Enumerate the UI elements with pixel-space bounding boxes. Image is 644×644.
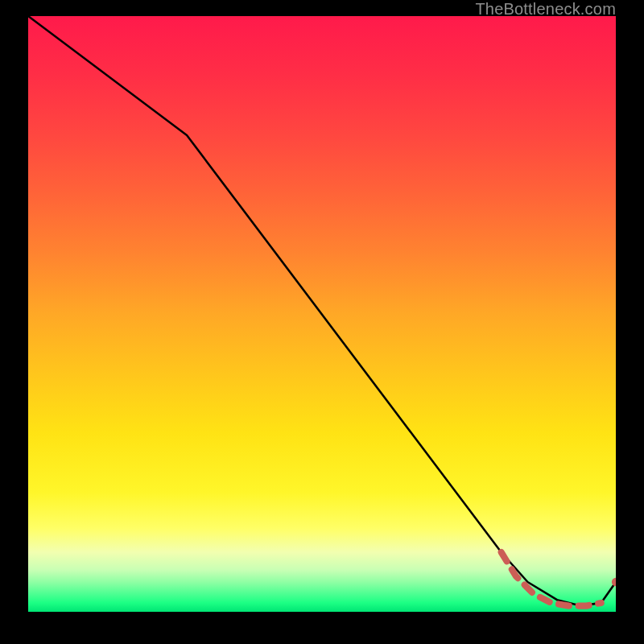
plot-area <box>28 16 616 612</box>
watermark-text: TheBottleneck.com <box>475 0 616 19</box>
svg-rect-0 <box>28 16 616 612</box>
gradient-background <box>28 16 616 612</box>
chart-frame: TheBottleneck.com <box>0 0 644 644</box>
